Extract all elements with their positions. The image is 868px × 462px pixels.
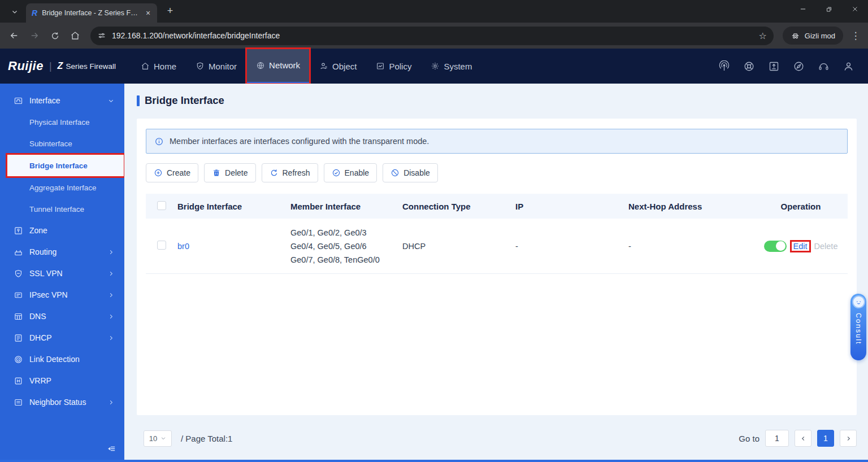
incognito-icon [791,31,800,41]
tab-search-button[interactable] [7,4,23,20]
sidebar-item-interface[interactable]: Interface [0,90,124,111]
browser-tab[interactable]: R Bridge Interface - Z Series Firew × [26,3,157,23]
sidebar-item-dhcp[interactable]: DHCP [0,327,124,348]
nav-object[interactable]: Object [310,49,366,84]
col-header-operation: Operation [754,202,848,211]
sidebar-collapse-button[interactable] [107,444,116,456]
ssl-vpn-icon [14,269,23,278]
routing-icon [14,247,23,257]
sidebar-item-label: SSL VPN [29,269,63,278]
edit-link[interactable]: Edit [791,241,810,251]
sidebar-item-label: DNS [29,312,46,321]
object-person-icon [319,62,328,71]
sidebar-item-label: Zone [29,226,47,235]
sidebar-item-physical-interface[interactable]: Physical Interface [0,111,124,133]
browser-menu-button[interactable]: ⋮ [849,30,862,42]
current-page-button[interactable]: 1 [817,430,834,447]
goto-page-input[interactable] [765,430,789,447]
sidebar-item-label: Aggregate Interface [29,184,97,192]
member-interface-cell: Ge0/1, Ge0/2, Ge0/3 Ge0/4, Ge0/5, Ge0/6 … [286,226,398,267]
page-title-text: Bridge Interface [145,94,224,107]
sidebar-item-vrrp[interactable]: VRRP [0,370,124,391]
sidebar-item-label: Routing [29,247,57,256]
connection-type-cell: DHCP [398,242,511,251]
forward-button[interactable] [26,27,43,44]
window-close-button[interactable] [842,0,868,18]
status-toggle[interactable] [764,241,787,252]
nav-network[interactable]: Network [246,49,310,84]
new-tab-button[interactable]: + [163,3,177,18]
row-checkbox[interactable] [157,241,166,250]
select-all-checkbox[interactable] [157,201,166,210]
sidebar-item-subinterface[interactable]: Subinterface [0,133,124,154]
nav-object-label: Object [332,62,357,71]
bottom-accent-line [0,460,868,462]
nav-policy[interactable]: Policy [366,49,421,84]
sidebar-item-routing[interactable]: Routing [0,241,124,263]
page-total-label: / Page Total:1 [181,434,232,443]
home-button[interactable] [67,27,84,44]
sidebar-item-ssl-vpn[interactable]: SSL VPN [0,263,124,284]
tab-close-icon[interactable]: × [144,8,153,18]
sidebar-item-label: Subinterface [29,140,72,148]
link-detection-icon [14,355,23,364]
sidebar-item-label: Neighbor Status [29,398,86,407]
nav-home[interactable]: Home [131,49,186,84]
next-hop-cell: - [624,242,754,251]
create-button-label: Create [167,168,190,177]
brand-logo: Ruijie | Z Series Firewall [0,49,131,84]
page-title: Bridge Interface [137,94,868,107]
info-banner-text: Member interfaces are interfaces configu… [170,137,429,146]
sidebar-item-ipsec-vpn[interactable]: IPsec VPN [0,284,124,306]
next-page-button[interactable] [840,430,857,447]
col-header-next-hop: Next-Hop Address [624,202,754,211]
chevron-right-icon [108,292,114,298]
prev-page-button[interactable] [795,430,811,447]
site-settings-icon[interactable] [97,31,106,40]
headset-icon[interactable] [818,60,830,72]
compass-icon[interactable] [793,60,805,72]
consult-widget[interactable]: Consult [850,294,866,360]
reload-button[interactable] [46,27,63,44]
sidebar-item-label: Physical Interface [29,118,90,127]
nav-home-label: Home [154,62,176,71]
create-button[interactable]: Create [146,163,198,182]
window-restore-button[interactable] [816,0,842,18]
sidebar-item-zone[interactable]: Zone [0,220,124,241]
refresh-button[interactable]: Refresh [262,163,318,182]
enable-button[interactable]: Enable [324,163,377,182]
broadcast-icon[interactable] [718,60,730,72]
app-top-nav: Ruijie | Z Series Firewall Home Monitor … [0,49,868,84]
sidebar-item-dns[interactable]: DNS [0,306,124,327]
page-size-select[interactable]: 10 [144,430,172,447]
upload-icon[interactable] [768,60,780,72]
consult-robot-icon [852,295,865,308]
back-button[interactable] [6,27,23,44]
sidebar-item-neighbor-status[interactable]: Neighbor Status [0,391,124,413]
pagination: 10 / Page Total:1 Go to 1 [144,430,857,447]
nav-system[interactable]: System [421,49,481,84]
nav-monitor[interactable]: Monitor [186,49,246,84]
page-size-value: 10 [149,434,157,443]
row-delete-link: Delete [814,242,838,251]
user-icon[interactable] [843,60,854,72]
sidebar-item-label: Interface [29,96,60,105]
col-header-bridge-interface: Bridge Interface [173,202,286,211]
address-bar[interactable]: 192.168.1.200/network/interface/bridgeIn… [90,27,774,45]
sidebar-item-bridge-interface[interactable]: Bridge Interface [7,154,124,177]
bridge-name-link[interactable]: br0 [177,242,189,251]
content-panel: Member interfaces are interfaces configu… [137,119,857,415]
disable-button[interactable]: Disable [383,163,438,182]
trash-icon [212,168,221,177]
url-text[interactable]: 192.168.1.200/network/interface/bridgeIn… [112,31,753,40]
toolbar: Create Delete Refresh Enable Disable [146,163,848,182]
sidebar-item-aggregate-interface[interactable]: Aggregate Interface [0,177,124,198]
info-banner: Member interfaces are interfaces configu… [146,129,848,154]
lifebuoy-icon[interactable] [743,60,755,72]
chevron-right-icon [108,399,114,406]
sidebar-item-link-detection[interactable]: Link Detection [0,348,124,370]
window-minimize-button[interactable] [790,0,816,18]
sidebar-item-tunnel-interface[interactable]: Tunnel Interface [0,198,124,220]
delete-button[interactable]: Delete [204,163,255,182]
bookmark-star-icon[interactable]: ☆ [758,30,766,41]
